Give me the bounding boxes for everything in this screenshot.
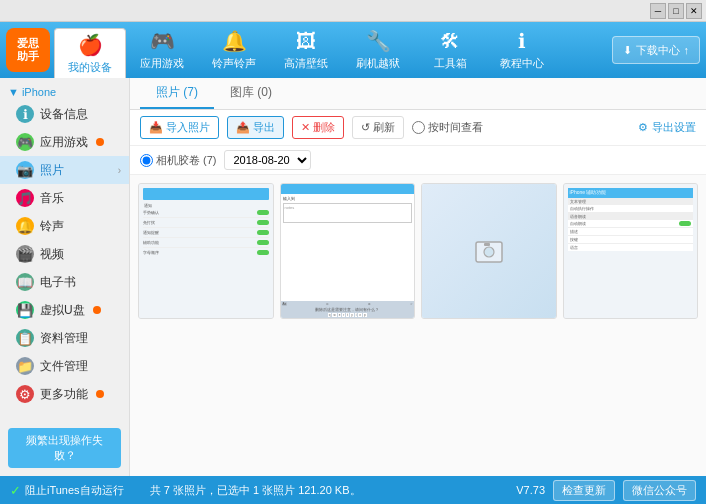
more-badge xyxy=(96,390,104,398)
sidebar-device-info-label: 设备信息 xyxy=(40,106,88,123)
app-logo: 爱思助手 xyxy=(6,28,50,72)
ebooks-icon: 📖 xyxy=(16,273,34,291)
app-games-nav-icon: 🎮 xyxy=(150,29,175,53)
refresh-btn[interactable]: ↺ 刷新 xyxy=(352,116,404,139)
nav-tools[interactable]: 🛠 工具箱 xyxy=(414,22,486,78)
svg-point-1 xyxy=(484,247,494,257)
sidebar-photos-label: 照片 xyxy=(40,162,64,179)
tutorial-nav-icon: ℹ xyxy=(518,29,526,53)
chevron-down-icon: ▼ xyxy=(8,86,19,98)
by-time-label: 按时间查看 xyxy=(428,120,483,135)
tab-photos[interactable]: 照片 (7) xyxy=(140,78,214,109)
date-select[interactable]: 2018-08-20 xyxy=(224,150,311,170)
delete-label: 删除 xyxy=(313,120,335,135)
sidebar-device-label: ▼ iPhone xyxy=(0,82,129,100)
export-settings-btn[interactable]: ⚙ 导出设置 xyxy=(638,120,696,135)
nav-my-device[interactable]: 🍎 我的设备 xyxy=(54,28,126,78)
camera-roll-radio[interactable]: 相机胶卷 (7) xyxy=(140,153,216,168)
photos-grid: 通知 手势确认 免打扰 通知提醒 xyxy=(130,175,706,476)
tab-albums[interactable]: 图库 (0) xyxy=(214,78,288,109)
itunes-check[interactable]: ✓ 阻止iTunes自动运行 xyxy=(10,483,124,498)
sidebar-item-file-mgr[interactable]: 📁 文件管理 xyxy=(0,352,129,380)
nav-flash-label: 刷机越狱 xyxy=(356,56,400,71)
nav-tutorial-label: 教程中心 xyxy=(500,56,544,71)
logo-text: 爱思助手 xyxy=(17,37,39,63)
nav-app-games-label: 应用游戏 xyxy=(140,56,184,71)
troubleshoot-btn[interactable]: 频繁出现操作失败？ xyxy=(8,428,121,468)
device-name: iPhone xyxy=(22,86,56,98)
delete-btn[interactable]: ✕ 删除 xyxy=(292,116,344,139)
file-mgr-icon: 📁 xyxy=(16,357,34,375)
photo-thumb-1[interactable]: 通知 手势确认 免打扰 通知提醒 xyxy=(138,183,274,319)
status-left: ✓ 阻止iTunes自动运行 共 7 张照片，已选中 1 张照片 121.20 … xyxy=(10,483,361,498)
nav-my-device-label: 我的设备 xyxy=(68,60,112,75)
sidebar-music-label: 音乐 xyxy=(40,190,64,207)
check-update-btn[interactable]: 检查更新 xyxy=(553,480,615,501)
my-device-icon: 🍎 xyxy=(78,33,103,57)
nav-ringtones[interactable]: 🔔 铃声铃声 xyxy=(198,22,270,78)
sidebar-app-games-label: 应用游戏 xyxy=(40,134,88,151)
tab-bar: 照片 (7) 图库 (0) xyxy=(130,78,706,110)
sidebar-item-virtual-u[interactable]: 💾 虚拟U盘 xyxy=(0,296,129,324)
download-center-btn[interactable]: ⬇ 下载中心 ↑ xyxy=(612,36,700,64)
photo-thumb-3[interactable] xyxy=(421,183,557,319)
close-btn[interactable]: ✕ xyxy=(686,3,702,19)
refresh-label: 刷新 xyxy=(373,120,395,135)
export-settings-label: 导出设置 xyxy=(652,120,696,135)
import-photos-btn[interactable]: 📥 导入照片 xyxy=(140,116,219,139)
nav-bar: 爱思助手 🍎 我的设备 🎮 应用游戏 🔔 铃声铃声 🖼 高清壁纸 🔧 刷机越狱 … xyxy=(0,22,706,78)
sidebar-item-device-info[interactable]: ℹ 设备信息 xyxy=(0,100,129,128)
nav-flash-tool[interactable]: 🔧 刷机越狱 xyxy=(342,22,414,78)
window-controls: ─ □ ✕ xyxy=(650,3,702,19)
settings-icon: ⚙ xyxy=(638,121,648,134)
nav-wallpaper-label: 高清壁纸 xyxy=(284,56,328,71)
minimize-btn[interactable]: ─ xyxy=(650,3,666,19)
nav-ringtones-label: 铃声铃声 xyxy=(212,56,256,71)
photo-thumb-4[interactable]: iPhone 辅助功能 文本管理 自动执行操作 语音朗读 自动朗读 描述 xyxy=(563,183,699,319)
itunes-label: 阻止iTunes自动运行 xyxy=(25,483,124,498)
nav-tutorial[interactable]: ℹ 教程中心 xyxy=(486,22,558,78)
status-bar: ✓ 阻止iTunes自动运行 共 7 张照片，已选中 1 张照片 121.20 … xyxy=(0,476,706,504)
import-label: 导入照片 xyxy=(166,120,210,135)
more-icon: ⚙ xyxy=(16,385,34,403)
sidebar-item-videos[interactable]: 🎬 视频 xyxy=(0,240,129,268)
by-time-radio[interactable]: 按时间查看 xyxy=(412,120,483,135)
virtual-u-icon: 💾 xyxy=(16,301,34,319)
sidebar-item-app-games[interactable]: 🎮 应用游戏 xyxy=(0,128,129,156)
app-games-badge xyxy=(96,138,104,146)
camera-roll-count: (7) xyxy=(203,154,216,166)
sidebar-item-more[interactable]: ⚙ 更多功能 xyxy=(0,380,129,408)
download-icon: ⬇ xyxy=(623,44,632,57)
wechat-btn[interactable]: 微信公众号 xyxy=(623,480,696,501)
sidebar-bottom: 频繁出现操作失败？ xyxy=(0,420,129,476)
version-text: V7.73 xyxy=(516,484,545,496)
sidebar-item-ringtones[interactable]: 🔔 铃声 xyxy=(0,212,129,240)
photo-thumb-2[interactable]: 输入到 notes Aa ⊙ ⊚ ☆ 删除后这是需要注意，请问有什么？ xyxy=(280,183,416,319)
sidebar-more-label: 更多功能 xyxy=(40,386,88,403)
sidebar-item-photos[interactable]: 📷 照片 › xyxy=(0,156,129,184)
nav-wallpaper[interactable]: 🖼 高清壁纸 xyxy=(270,22,342,78)
music-icon: 🎵 xyxy=(16,189,34,207)
export-btn[interactable]: 📤 导出 xyxy=(227,116,284,139)
sidebar: ▼ iPhone ℹ 设备信息 🎮 应用游戏 📷 照片 › 🎵 音乐 🔔 铃声 … xyxy=(0,78,130,476)
sidebar-item-music[interactable]: 🎵 音乐 xyxy=(0,184,129,212)
wallpaper-nav-icon: 🖼 xyxy=(296,30,316,53)
sidebar-item-data-mgr[interactable]: 📋 资料管理 xyxy=(0,324,129,352)
sidebar-ringtones-label: 铃声 xyxy=(40,218,64,235)
virtual-u-badge xyxy=(93,306,101,314)
camera-roll-label: 相机胶卷 xyxy=(156,153,200,168)
maximize-btn[interactable]: □ xyxy=(668,3,684,19)
tools-nav-icon: 🛠 xyxy=(440,30,460,53)
photos-icon: 📷 xyxy=(16,161,34,179)
videos-icon: 🎬 xyxy=(16,245,34,263)
main-layout: ▼ iPhone ℹ 设备信息 🎮 应用游戏 📷 照片 › 🎵 音乐 🔔 铃声 … xyxy=(0,78,706,476)
download-label: 下载中心 ↑ xyxy=(636,43,689,58)
toolbar: 📥 导入照片 📤 导出 ✕ 删除 ↺ 刷新 按时间查看 ⚙ 导出设置 xyxy=(130,110,706,146)
device-info-icon: ℹ xyxy=(16,105,34,123)
sidebar-ebooks-label: 电子书 xyxy=(40,274,76,291)
stats-text: 共 7 张照片，已选中 1 张照片 121.20 KB。 xyxy=(150,483,361,498)
nav-app-games[interactable]: 🎮 应用游戏 xyxy=(126,22,198,78)
nav-items: 🍎 我的设备 🎮 应用游戏 🔔 铃声铃声 🖼 高清壁纸 🔧 刷机越狱 🛠 工具箱… xyxy=(54,22,612,78)
sidebar-item-ebooks[interactable]: 📖 电子书 xyxy=(0,268,129,296)
check-icon: ✓ xyxy=(10,483,21,498)
